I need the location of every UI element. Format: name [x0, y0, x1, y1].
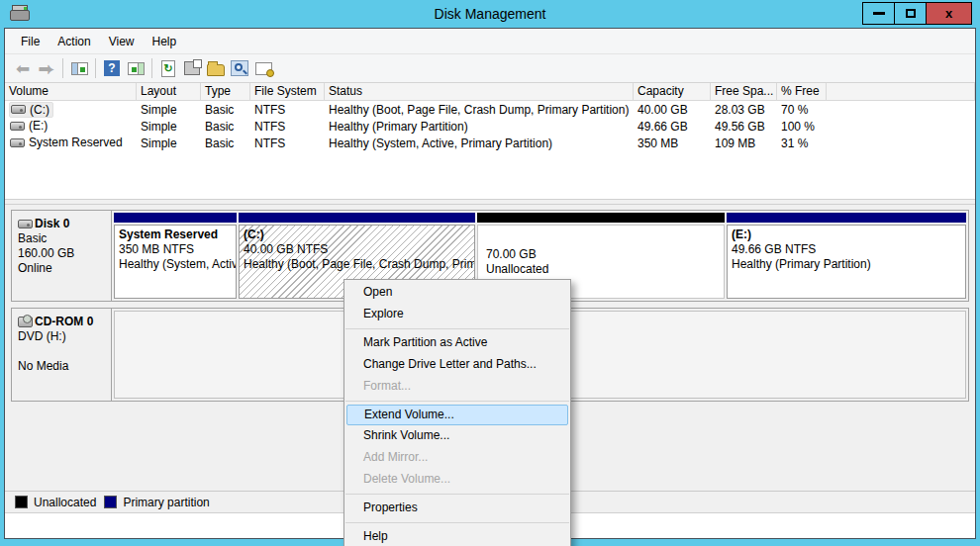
table-row-volume-system-reserved[interactable]: System Reserved Simple Basic NTFS Health…	[5, 135, 975, 151]
show-action-pane-button[interactable]	[124, 56, 147, 80]
partition-status: Unallocated	[486, 262, 720, 277]
volume-pct-free: 100 %	[777, 120, 827, 134]
toolbar-separator	[95, 58, 96, 78]
properties-button[interactable]	[180, 56, 204, 80]
volume-name: (C:)	[30, 103, 49, 117]
partition-e[interactable]: (E:) 49.66 GB NTFS Healthy (Primary Part…	[727, 213, 966, 299]
column-header-pct-free[interactable]: % Free	[777, 83, 827, 101]
maximize-icon	[906, 9, 916, 18]
column-header-status[interactable]: Status	[325, 83, 634, 101]
disk-name: CD-ROM 0	[35, 315, 93, 329]
volume-status: Healthy (Boot, Page File, Crash Dump, Pr…	[325, 103, 634, 117]
menu-item-change-drive-letter[interactable]: Change Drive Letter and Paths...	[344, 354, 570, 376]
volume-file-system: NTFS	[250, 103, 325, 117]
help-icon: ?	[104, 60, 120, 76]
maximize-button[interactable]	[894, 2, 927, 25]
disk-icon	[18, 220, 33, 228]
disk-0-info[interactable]: Disk 0 Basic 160.00 GB Online	[12, 211, 112, 301]
back-icon: ⬅	[16, 60, 30, 77]
column-header-file-system[interactable]: File System	[250, 83, 325, 101]
column-header-capacity[interactable]: Capacity	[634, 83, 711, 101]
column-header-free-space[interactable]: Free Spa...	[711, 83, 777, 101]
volume-type: Basic	[201, 103, 250, 117]
partition-size: 40.00 GB NTFS	[244, 242, 470, 257]
menu-file[interactable]: File	[12, 31, 49, 52]
menu-item-properties[interactable]: Properties	[344, 498, 570, 519]
partition-color-band	[727, 213, 966, 223]
cdrom-0-info[interactable]: CD-ROM 0 DVD (H:) No Media	[12, 309, 112, 401]
properties-icon	[184, 61, 200, 75]
open-folder-icon	[207, 64, 225, 76]
partition-size: 70.00 GB	[486, 247, 720, 262]
menu-separator	[345, 328, 569, 329]
cdrom-icon	[18, 317, 33, 327]
volume-status: Healthy (System, Active, Primary Partiti…	[325, 136, 634, 150]
snapin-settings-icon	[255, 62, 272, 75]
volume-free-space: 49.56 GB	[711, 120, 777, 134]
minimize-button[interactable]	[862, 2, 895, 25]
volume-free-space: 28.03 GB	[711, 103, 777, 117]
table-row-volume-c[interactable]: (C:) Simple Basic NTFS Healthy (Boot, Pa…	[5, 101, 975, 118]
partition-color-band	[477, 213, 725, 223]
forward-button[interactable]: ⮕	[35, 56, 58, 80]
legend-item-unallocated: Unallocated	[15, 496, 96, 509]
show-console-tree-button[interactable]	[67, 56, 91, 80]
volume-layout: Simple	[137, 103, 201, 117]
volume-free-space: 109 MB	[711, 136, 777, 150]
partition-color-band	[239, 213, 475, 223]
volume-capacity: 49.66 GB	[634, 120, 711, 134]
partition-system-reserved[interactable]: System Reserved 350 MB NTFS Healthy (Sys…	[114, 213, 237, 299]
menu-help[interactable]: Help	[144, 31, 186, 52]
volume-list: Volume Layout Type File System Status Ca…	[5, 83, 975, 199]
window-title: Disk Management	[0, 0, 980, 28]
volume-file-system: NTFS	[250, 120, 325, 134]
volume-capacity: 350 MB	[634, 136, 711, 150]
column-header-type[interactable]: Type	[201, 83, 250, 101]
volume-list-header: Volume Layout Type File System Status Ca…	[5, 83, 975, 101]
menu-item-extend-volume[interactable]: Extend Volume...	[346, 405, 568, 425]
open-button[interactable]	[204, 56, 228, 80]
menu-view[interactable]: View	[100, 31, 144, 52]
menu-item-delete-volume: Delete Volume...	[344, 469, 570, 491]
unallocated-swatch	[15, 496, 28, 508]
disk-kind: DVD (H:)	[18, 329, 107, 344]
disk-state: No Media	[18, 359, 107, 374]
title-bar: Disk Management x	[0, 0, 980, 28]
disk-management-window: Disk Management x File Action View Help …	[0, 0, 980, 546]
column-header-layout[interactable]: Layout	[137, 83, 201, 101]
show-action-pane-icon	[128, 62, 145, 75]
volume-type: Basic	[201, 136, 250, 150]
menu-action[interactable]: Action	[49, 31, 99, 52]
volume-name: System Reserved	[29, 136, 123, 149]
close-button[interactable]: x	[926, 2, 972, 25]
context-menu: Open Explore Mark Partition as Active Ch…	[343, 279, 571, 546]
disk-name: Disk 0	[35, 217, 69, 231]
help-button[interactable]: ?	[100, 56, 124, 80]
menu-item-mark-partition-active[interactable]: Mark Partition as Active	[344, 332, 570, 354]
partition-size: 49.66 GB NTFS	[732, 242, 961, 257]
back-button[interactable]: ⬅	[11, 56, 35, 80]
refresh-icon: ↻	[161, 60, 175, 77]
snapin-button[interactable]	[251, 56, 275, 80]
menu-item-format: Format...	[344, 376, 570, 398]
menu-item-shrink-volume[interactable]: Shrink Volume...	[344, 425, 570, 447]
volume-layout: Simple	[137, 136, 201, 150]
menu-item-help[interactable]: Help	[344, 526, 570, 546]
volume-name: (E:)	[29, 119, 48, 133]
table-row-volume-e[interactable]: (E:) Simple Basic NTFS Healthy (Primary …	[5, 118, 975, 135]
legend-item-primary-partition: Primary partition	[104, 496, 209, 509]
show-console-tree-icon	[71, 62, 88, 75]
menu-item-open[interactable]: Open	[344, 282, 570, 304]
partition-status: Healthy (Primary Partition)	[732, 257, 961, 272]
disk-kind: Basic	[18, 231, 107, 246]
disk-state: Online	[18, 261, 107, 276]
refresh-button[interactable]: ↻	[156, 56, 180, 80]
view-button[interactable]	[228, 56, 251, 80]
column-header-volume[interactable]: Volume	[5, 83, 137, 101]
volume-status: Healthy (Primary Partition)	[325, 120, 634, 134]
partition-title: (C:)	[244, 228, 470, 242]
minimize-icon	[873, 12, 885, 15]
search-icon	[231, 60, 248, 76]
menu-item-explore[interactable]: Explore	[344, 304, 570, 325]
legend-label: Unallocated	[34, 496, 96, 509]
